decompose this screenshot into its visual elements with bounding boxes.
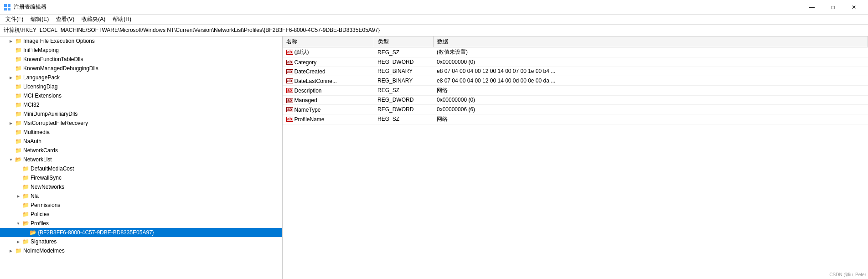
registry-table: 名称 类型 数据 ab (默认) REG_SZ (数值未设置) xyxy=(283,36,868,279)
svg-rect-0 xyxy=(4,4,7,7)
tree-item-minidump[interactable]: 📁 MiniDumpAuxiliaryDlls xyxy=(0,109,282,119)
folder-icon: 📁 xyxy=(15,56,22,62)
table-row[interactable]: ab NameType REG_DWORD 0x00000006 (6) xyxy=(283,105,868,114)
tree-item-msicorrupted[interactable]: ▶ 📁 MsiCorruptedFileRecovery xyxy=(0,119,282,128)
title-bar-controls: — □ ✕ xyxy=(801,0,864,15)
table-row[interactable]: ab ProfileName REG_SZ 网络 xyxy=(283,114,868,124)
folder-icon: 📁 xyxy=(22,193,29,199)
tree-label: NoImeModelmes xyxy=(23,248,65,254)
tree-label: LicensingDiag xyxy=(23,83,57,90)
folder-icon: 📁 xyxy=(22,202,29,208)
tree-label: Signatures xyxy=(31,238,57,245)
folder-icon: 📁 xyxy=(22,175,29,181)
menu-favorites[interactable]: 收藏夹(A) xyxy=(78,15,109,24)
reg-icon: ab ProfileName xyxy=(286,116,325,123)
tree-item-defaultmedia[interactable]: 📁 DefaultMediaCost xyxy=(0,164,282,173)
close-button[interactable]: ✕ xyxy=(843,0,864,15)
watermark: CSDN @liu_Peter xyxy=(829,272,866,277)
reg-type: REG_SZ xyxy=(374,114,433,124)
tree-item-nla[interactable]: ▶ 📁 Nla xyxy=(0,191,282,201)
tree-label: Permissions xyxy=(31,202,60,208)
tree-item-languagepack[interactable]: ▶ 📁 LanguagePack xyxy=(0,73,282,82)
folder-icon: 📁 xyxy=(15,111,22,117)
reg-data: 网络 xyxy=(433,85,868,95)
minimize-button[interactable]: — xyxy=(801,0,822,15)
folder-icon: 📁 xyxy=(22,165,29,172)
tree-item-guid[interactable]: 📂 {BF2B3FF6-8000-4C57-9DBE-BD8335E05A97} xyxy=(0,228,282,237)
menu-edit[interactable]: 编辑(E) xyxy=(27,15,52,24)
reg-type: REG_DWORD xyxy=(374,57,433,67)
folder-icon: 📁 xyxy=(15,74,22,81)
expand-icon: ▶ xyxy=(7,74,15,81)
tree-label: DefaultMediaCost xyxy=(31,165,74,172)
reg-data: 0x00000006 (6) xyxy=(433,105,868,114)
table-row[interactable]: ab DateLastConne... REG_BINARY e8 07 04 … xyxy=(283,76,868,86)
expand-icon: ▶ xyxy=(7,247,15,254)
expand-icon xyxy=(7,83,15,90)
folder-icon: 📂 xyxy=(29,229,36,236)
expand-icon xyxy=(7,129,15,136)
tree-item-licensing[interactable]: 📁 LicensingDiag xyxy=(0,82,282,91)
reg-type: REG_BINARY xyxy=(374,67,433,76)
col-header-name[interactable]: 名称 xyxy=(283,36,374,47)
expand-icon: ▶ xyxy=(15,192,22,200)
col-header-data[interactable]: 数据 xyxy=(433,36,868,47)
expand-icon xyxy=(15,183,22,191)
tree-label: Profiles xyxy=(31,220,49,227)
reg-icon: ab DateLastConne... xyxy=(286,78,337,84)
tree-item-image-file[interactable]: ▶ 📁 Image File Execution Options xyxy=(0,36,282,46)
tree-item-knownmanaged[interactable]: 📁 KnownManagedDebuggingDlls xyxy=(0,64,282,73)
tree-item-mci-ext[interactable]: 📁 MCI Extensions xyxy=(0,91,282,100)
binary-icon: ab xyxy=(286,69,293,74)
table-row[interactable]: ab Category REG_DWORD 0x00000000 (0) xyxy=(283,57,868,67)
tree-item-noimemodelmes[interactable]: ▶ 📁 NoImeModelmes xyxy=(0,246,282,255)
folder-icon: 📂 xyxy=(22,220,29,227)
menu-help[interactable]: 帮助(H) xyxy=(109,15,135,24)
expand-icon xyxy=(7,110,15,118)
tree-item-profiles[interactable]: ▼ 📂 Profiles xyxy=(0,219,282,228)
tree-item-mci32[interactable]: 📁 MCI32 xyxy=(0,100,282,109)
reg-name: ab DateCreated xyxy=(283,67,374,76)
tree-item-permissions[interactable]: 📁 Permissions xyxy=(0,201,282,210)
tree-item-naauth[interactable]: 📁 NaAuth xyxy=(0,137,282,146)
col-header-type[interactable]: 类型 xyxy=(374,36,433,47)
tree-label: IniFileMapping xyxy=(23,47,59,53)
main-content: ▶ 📁 Image File Execution Options 📁 IniFi… xyxy=(0,36,868,279)
tree-item-newnetworks[interactable]: 📁 NewNetworks xyxy=(0,182,282,191)
table-row[interactable]: ab (默认) REG_SZ (数值未设置) xyxy=(283,47,868,57)
menu-view[interactable]: 查看(V) xyxy=(52,15,78,24)
tree-item-policies[interactable]: 📁 Policies xyxy=(0,210,282,219)
expand-icon: ▼ xyxy=(15,220,22,227)
table-row[interactable]: ab DateCreated REG_BINARY e8 07 04 00 04… xyxy=(283,67,868,76)
tree-item-networkcards[interactable]: 📁 NetworkCards xyxy=(0,146,282,155)
folder-icon: 📁 xyxy=(15,138,22,145)
maximize-button[interactable]: □ xyxy=(822,0,843,15)
svg-rect-2 xyxy=(4,8,7,10)
reg-type: REG_DWORD xyxy=(374,105,433,114)
tree-item-signatures[interactable]: ▶ 📁 Signatures xyxy=(0,237,282,246)
tree-label: KnownFunctionTableDlls xyxy=(23,56,83,62)
tree-item-networklist[interactable]: ▼ 📂 NetworkList xyxy=(0,155,282,164)
tree-label: MCI Extensions xyxy=(23,93,62,99)
tree-item-firewallsync[interactable]: 📁 FirewallSync xyxy=(0,173,282,182)
tree-item-knownfunction[interactable]: 📁 KnownFunctionTableDlls xyxy=(0,55,282,64)
expand-icon xyxy=(15,174,22,181)
reg-icon: ab Category xyxy=(286,59,316,66)
expand-icon xyxy=(7,56,15,63)
tree-item-multimedia[interactable]: 📁 Multimedia xyxy=(0,128,282,137)
dword-icon: ab xyxy=(286,107,293,112)
expand-icon: ▼ xyxy=(7,156,15,163)
menu-file[interactable]: 文件(F) xyxy=(2,15,27,24)
address-bar-path: 计算机\HKEY_LOCAL_MACHINE\SOFTWARE\Microsof… xyxy=(4,26,380,34)
folder-icon: 📁 xyxy=(22,184,29,190)
tree-item-inifile[interactable]: 📁 IniFileMapping xyxy=(0,46,282,55)
expand-icon: ▶ xyxy=(15,238,22,245)
folder-icon: 📁 xyxy=(15,38,22,44)
folder-icon: 📁 xyxy=(15,120,22,126)
ab-icon: ab xyxy=(286,88,293,93)
svg-rect-1 xyxy=(8,4,10,7)
table-row[interactable]: ab Description REG_SZ 网络 xyxy=(283,85,868,95)
reg-type: REG_BINARY xyxy=(374,76,433,86)
tree-label: MiniDumpAuxiliaryDlls xyxy=(23,111,78,117)
table-row[interactable]: ab Managed REG_DWORD 0x00000000 (0) xyxy=(283,95,868,105)
